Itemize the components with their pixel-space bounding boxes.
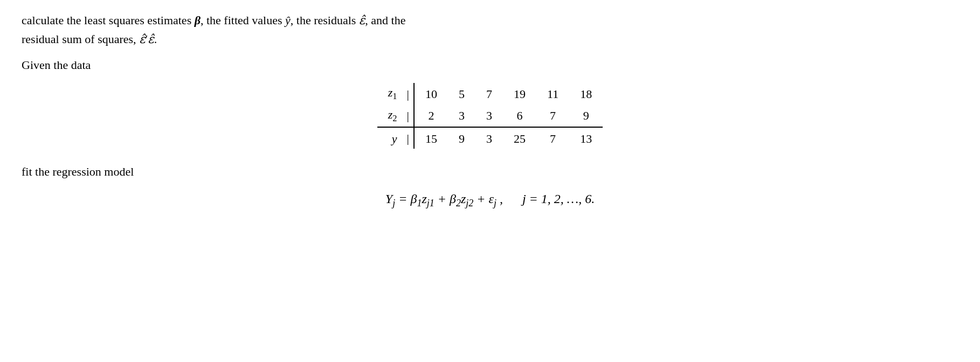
data-table-container: z1 | 10 5 7 19 11 18 z2 | 2 3 3 6 7 9 xyxy=(22,83,958,149)
z2-label: z2 xyxy=(377,105,403,127)
table-row-z1: z1 | 10 5 7 19 11 18 xyxy=(377,83,603,105)
eq-equals: = xyxy=(398,192,410,206)
rss-formula: ε̂ xyxy=(139,32,145,46)
beta-symbol: β xyxy=(195,13,201,27)
z1-label: z1 xyxy=(377,83,403,105)
y-val1: 15 xyxy=(414,127,448,149)
intro-text: calculate the least squares estimates β,… xyxy=(22,11,958,48)
fit-regression-text: fit the regression model xyxy=(22,165,958,179)
intro-paragraph: calculate the least squares estimates β,… xyxy=(22,11,958,48)
eq-epsilon: εj xyxy=(488,192,496,206)
z2-val5: 7 xyxy=(536,105,569,127)
y-val4: 25 xyxy=(503,127,536,149)
z2-val4: 6 xyxy=(503,105,536,127)
z2-val6: 9 xyxy=(569,105,603,127)
eq-beta2: β2zj2 xyxy=(450,192,473,206)
eq-comma: , xyxy=(500,192,503,206)
given-data-label: Given the data xyxy=(22,58,958,72)
eq-range-text: = 1, 2, …, 6. xyxy=(529,192,595,206)
y-label: y xyxy=(377,127,403,149)
data-table: z1 | 10 5 7 19 11 18 z2 | 2 3 3 6 7 9 xyxy=(377,83,603,149)
epsilon-hat: ε̂ xyxy=(359,13,365,27)
y-val2: 9 xyxy=(448,127,475,149)
eq-lhs: Yj xyxy=(385,192,395,206)
table-row-y: y | 15 9 3 25 7 13 xyxy=(377,127,603,149)
z1-val3: 7 xyxy=(475,83,503,105)
table-row-z2: z2 | 2 3 3 6 7 9 xyxy=(377,105,603,127)
z2-val3: 3 xyxy=(475,105,503,127)
z1-val4: 19 xyxy=(503,83,536,105)
divider-z2: | xyxy=(403,105,414,127)
rss-formula-2: ε̂ xyxy=(148,32,154,46)
eq-beta1: β1zj1 xyxy=(410,192,434,206)
z1-val6: 18 xyxy=(569,83,603,105)
z2-val1: 2 xyxy=(414,105,448,127)
z1-val2: 5 xyxy=(448,83,475,105)
z1-val1: 10 xyxy=(414,83,448,105)
z1-val5: 11 xyxy=(536,83,569,105)
y-val3: 3 xyxy=(475,127,503,149)
regression-equation: Yj = β1zj1 + β2zj2 + εj , j = 1, 2, …, 6… xyxy=(385,192,595,209)
y-hat: ŷ xyxy=(285,13,291,27)
eq-plus1: + xyxy=(438,192,450,206)
z2-val2: 3 xyxy=(448,105,475,127)
y-val5: 7 xyxy=(536,127,569,149)
y-val6: 13 xyxy=(569,127,603,149)
eq-range: j xyxy=(522,192,526,206)
divider-z1: | xyxy=(403,83,414,105)
equation-container: Yj = β1zj1 + β2zj2 + εj , j = 1, 2, …, 6… xyxy=(22,192,958,209)
divider-y: | xyxy=(403,127,414,149)
eq-plus2: + xyxy=(477,192,488,206)
